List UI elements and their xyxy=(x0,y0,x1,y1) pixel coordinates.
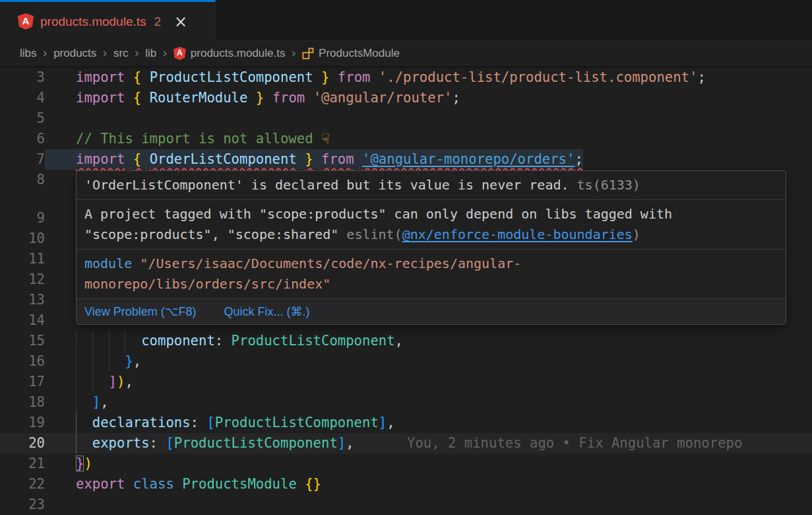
code-line-20[interactable]: 20 exports: [ProductListComponent],You, … xyxy=(0,433,812,454)
token: import xyxy=(76,90,125,106)
line-number: 5 xyxy=(0,108,45,129)
token: export xyxy=(76,476,125,492)
code-line-17[interactable]: 17 ]), xyxy=(0,372,812,392)
token: ) xyxy=(84,456,92,471)
code-line-21[interactable]: 21}) xyxy=(0,454,812,474)
hover-text: ts(6133) xyxy=(569,177,640,193)
token xyxy=(370,69,378,85)
line-number: 7 xyxy=(0,149,45,170)
line-number: 17 xyxy=(0,372,45,392)
code-text: component: ProductListComponent, xyxy=(45,331,403,351)
token: class xyxy=(133,476,174,492)
breadcrumb-item-lib[interactable]: lib xyxy=(145,47,156,60)
token xyxy=(125,151,133,167)
breadcrumb-item-libs[interactable]: libs xyxy=(20,47,37,60)
editor-tab[interactable]: A products.module.ts 2 × xyxy=(0,0,216,41)
code-text: ], xyxy=(45,392,109,413)
code-line-22[interactable]: 22export class ProductsModule {} xyxy=(0,474,812,495)
chevron-right-icon: › xyxy=(291,46,296,60)
hover-section-ts-diagnostic: 'OrderListComponent' is declared but its… xyxy=(77,171,786,200)
token xyxy=(264,90,272,106)
token: from xyxy=(272,90,305,106)
line-number: 13 xyxy=(0,290,45,310)
breadcrumb-label: ProductsModule xyxy=(319,47,400,60)
chevron-right-icon: › xyxy=(102,46,108,60)
hover-section-eslint-diagnostic: A project tagged with "scope:products" c… xyxy=(77,200,786,250)
module-link[interactable]: '@angular-monorepo/orders' xyxy=(362,151,575,167)
token: ; xyxy=(452,90,460,106)
indent-guide xyxy=(76,372,77,392)
token: [ xyxy=(166,435,173,451)
token: [ xyxy=(206,415,214,430)
code-text: import { RouterModule } from '@angular/r… xyxy=(45,88,460,108)
token: { xyxy=(133,69,141,85)
code-line-18[interactable]: 18 ], xyxy=(0,392,812,413)
line-number: 19 xyxy=(0,413,45,433)
token: ] xyxy=(109,374,117,390)
token: RouterModule xyxy=(150,90,248,106)
breadcrumb-item-src[interactable]: src xyxy=(113,47,129,60)
indent-guide xyxy=(76,331,77,351)
code-line-5[interactable]: 5 xyxy=(0,108,812,129)
token: { xyxy=(133,151,141,167)
token xyxy=(313,151,321,167)
code-text xyxy=(45,108,76,129)
code-text: }, xyxy=(45,351,141,372)
breadcrumb-item-productsmodule[interactable]: ProductsModule xyxy=(302,47,400,60)
hover-text: eslint( xyxy=(346,226,402,242)
breadcrumb-item-products.module.ts[interactable]: Aproducts.module.ts xyxy=(173,47,286,60)
code-line-19[interactable]: 19 declarations: [ProductListComponent], xyxy=(0,413,812,433)
view-problem-action[interactable]: View Problem (⌥F8) xyxy=(84,302,196,322)
token xyxy=(125,90,133,106)
code-line-3[interactable]: 3import { ProductListComponent } from '.… xyxy=(0,67,812,88)
quick-fix-action[interactable]: Quick Fix... (⌘.) xyxy=(224,302,309,322)
code-line-15[interactable]: 15 component: ProductListComponent, xyxy=(0,331,812,351)
token: ] xyxy=(379,415,387,430)
eslint-rule-link[interactable]: @nx/enforce-module-boundaries xyxy=(402,226,633,242)
token: ] xyxy=(338,435,346,451)
token: ☟ xyxy=(321,131,330,147)
line-number: 16 xyxy=(0,351,45,372)
token xyxy=(141,69,149,85)
token: : xyxy=(150,435,166,451)
token: ProductsModule xyxy=(182,476,297,492)
line-number: 8 xyxy=(0,170,45,190)
token: ProductListComponent xyxy=(174,435,338,451)
tab-title: products.module.ts xyxy=(40,15,146,29)
hover-text: monorepo/libs/orders/src/index" xyxy=(84,276,330,292)
indent-guide xyxy=(76,392,77,413)
indent-guide xyxy=(109,351,109,372)
token: , xyxy=(125,374,133,390)
token: ; xyxy=(575,151,582,167)
breadcrumb-item-products[interactable]: products xyxy=(53,47,96,60)
token: declarations xyxy=(92,415,191,430)
code-line-16[interactable]: 16 }, xyxy=(0,351,812,372)
code-line-6[interactable]: 6// This import is not allowed ☟ xyxy=(0,129,812,149)
hover-message: module "/Users/isaac/Documents/code/nx-r… xyxy=(84,254,778,274)
hover-text: "/Users/isaac/Documents/code/nx-recipes/… xyxy=(140,256,521,271)
line-number: 12 xyxy=(0,269,45,290)
line-number: 23 xyxy=(0,495,45,515)
token: ; xyxy=(697,69,705,85)
token: ProductListComponent xyxy=(215,415,379,430)
close-icon[interactable]: × xyxy=(174,14,187,30)
hover-text: 'OrderListComponent' is declared but its… xyxy=(84,177,569,193)
code-line-23[interactable]: 23 xyxy=(0,495,812,515)
token: : xyxy=(191,415,207,430)
line-number: 9 xyxy=(0,208,45,228)
token xyxy=(297,476,305,492)
token: ProductListComponent xyxy=(150,69,313,85)
token: ) xyxy=(117,374,125,390)
line-number: 14 xyxy=(0,310,45,331)
hover-status-bar: View Problem (⌥F8)Quick Fix... (⌘.) xyxy=(77,299,786,324)
indent-guide xyxy=(92,351,93,372)
hover-message: 'OrderListComponent' is declared but its… xyxy=(84,175,778,195)
token xyxy=(76,353,125,369)
code-line-4[interactable]: 4import { RouterModule } from '@angular/… xyxy=(0,88,812,108)
code-text xyxy=(45,495,76,515)
token xyxy=(125,476,133,492)
hover-section-module-info: module "/Users/isaac/Documents/code/nx-r… xyxy=(77,250,786,299)
code-line-7[interactable]: 7import { OrderListComponent } from '@an… xyxy=(0,149,812,170)
breadcrumb-label: lib xyxy=(145,47,156,60)
tab-dirty-count: 2 xyxy=(154,15,162,29)
